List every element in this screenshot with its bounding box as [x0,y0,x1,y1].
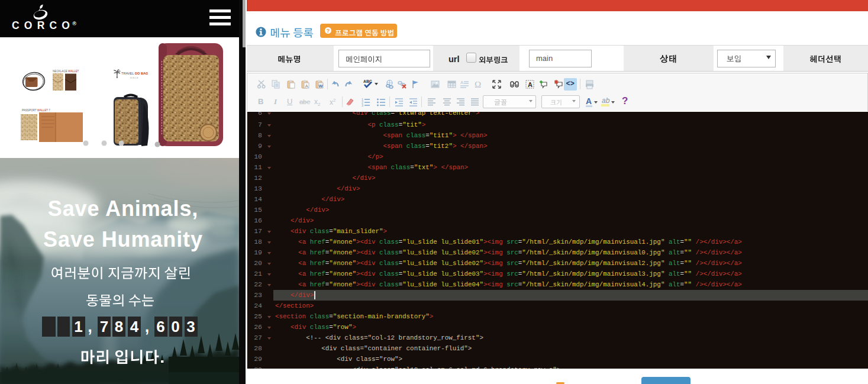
svg-text:TRAVEL GO BAG: TRAVEL GO BAG [121,72,148,75]
svg-text:A: A [528,81,533,88]
svg-text:W: W [318,83,323,88]
svg-text:PASSPORT WALLET 7: PASSPORT WALLET 7 [22,109,50,112]
svg-text:A: A [460,80,464,85]
svg-text:A: A [305,83,308,88]
svg-text:S I N C E: S I N C E [130,77,138,79]
svg-text:Ω: Ω [475,80,481,89]
svg-text:3: 3 [362,104,363,107]
svg-text:NECKLACE WALLET: NECKLACE WALLET [53,70,79,73]
